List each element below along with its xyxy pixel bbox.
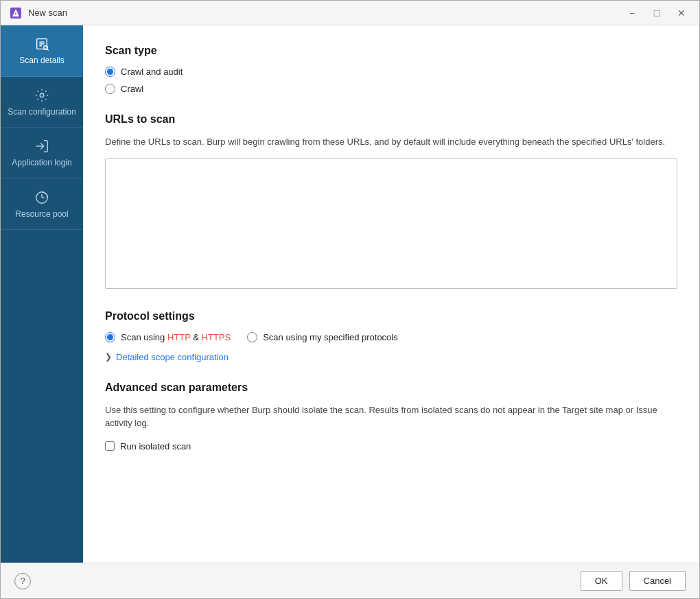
radio-crawl-input[interactable] xyxy=(105,84,115,94)
radio-my-protocols[interactable]: Scan using my specified protocols xyxy=(247,332,398,342)
titlebar: New scan − □ ✕ xyxy=(1,1,699,25)
advanced-description-text: Use this setting to configure whether Bu… xyxy=(105,405,657,429)
expand-arrow-icon: ❯ xyxy=(105,352,112,362)
run-isolated-row: Run isolated scan xyxy=(105,441,677,451)
ampersand-text: & xyxy=(191,332,202,342)
urls-to-scan-section: URLs to scan Define the URLs to scan. Bu… xyxy=(105,113,677,310)
login-icon xyxy=(34,139,49,154)
radio-http-https-label: Scan using HTTP & HTTPS xyxy=(121,332,231,342)
radio-http-https-input[interactable] xyxy=(105,332,115,342)
main-panel: Scan type Crawl and audit Crawl URLs to … xyxy=(83,25,699,563)
advanced-description: Use this setting to configure whether Bu… xyxy=(105,403,677,430)
http-text: HTTP xyxy=(167,332,191,342)
advanced-scan-section: Advanced scan parameters Use this settin… xyxy=(105,381,677,451)
https-text: HTTPS xyxy=(202,332,231,342)
radio-crawl-and-audit-input[interactable] xyxy=(105,67,115,77)
sidebar-item-resource-pool[interactable]: Resource pool xyxy=(1,179,83,231)
sidebar-app-login-label: Application login xyxy=(12,158,71,169)
scope-config-row[interactable]: ❯ Detailed scope configuration xyxy=(105,352,677,362)
sidebar: Scan details Scan configuration Applicat… xyxy=(1,25,83,563)
scan-type-title: Scan type xyxy=(105,45,677,57)
advanced-title: Advanced scan parameters xyxy=(105,381,677,394)
protocol-options-row: Scan using HTTP & HTTPS Scan using my sp… xyxy=(105,332,677,342)
help-icon: ? xyxy=(20,576,25,586)
cancel-button[interactable]: Cancel xyxy=(629,571,686,591)
protocol-settings-title: Protocol settings xyxy=(105,310,677,322)
scan-details-icon xyxy=(34,36,49,51)
app-icon xyxy=(9,6,23,20)
sidebar-scan-config-label: Scan configuration xyxy=(8,107,75,118)
radio-crawl-and-audit-label: Crawl and audit xyxy=(121,67,183,77)
radio-crawl[interactable]: Crawl xyxy=(105,84,677,94)
svg-rect-2 xyxy=(15,13,16,14)
sidebar-item-scan-configuration[interactable]: Scan configuration xyxy=(1,77,83,128)
window-controls: − □ ✕ xyxy=(622,5,691,21)
ok-button[interactable]: OK xyxy=(581,571,622,591)
scope-config-link[interactable]: Detailed scope configuration xyxy=(116,352,229,362)
svg-point-5 xyxy=(40,93,44,97)
resource-icon xyxy=(34,190,49,205)
run-isolated-checkbox[interactable] xyxy=(105,441,115,451)
scan-using-text: Scan using xyxy=(121,332,167,342)
radio-my-protocols-input[interactable] xyxy=(247,332,257,342)
scan-type-options: Crawl and audit Crawl xyxy=(105,67,677,94)
sidebar-resource-pool-label: Resource pool xyxy=(15,209,68,220)
protocol-settings-section: Protocol settings Scan using HTTP & HTTP… xyxy=(105,310,677,362)
maximize-button[interactable]: □ xyxy=(647,5,666,21)
main-window: New scan − □ ✕ Scan details xyxy=(0,0,700,599)
sidebar-item-scan-details[interactable]: Scan details xyxy=(1,25,83,77)
radio-my-protocols-label: Scan using my specified protocols xyxy=(263,332,398,342)
urls-textarea[interactable] xyxy=(105,158,677,289)
urls-title: URLs to scan xyxy=(105,113,677,126)
minimize-button[interactable]: − xyxy=(622,5,642,21)
footer-right: OK Cancel xyxy=(581,571,686,591)
sidebar-scan-details-label: Scan details xyxy=(19,56,64,67)
help-button[interactable]: ? xyxy=(14,573,31,589)
radio-http-https[interactable]: Scan using HTTP & HTTPS xyxy=(105,332,231,342)
footer-left: ? xyxy=(14,573,31,589)
gear-icon xyxy=(34,88,49,103)
window-title: New scan xyxy=(28,8,622,18)
content-area: Scan details Scan configuration Applicat… xyxy=(1,25,699,563)
scan-type-section: Scan type Crawl and audit Crawl xyxy=(105,45,677,94)
run-isolated-label: Run isolated scan xyxy=(120,441,191,451)
sidebar-item-application-login[interactable]: Application login xyxy=(1,128,83,179)
close-button[interactable]: ✕ xyxy=(672,5,691,21)
radio-crawl-and-audit[interactable]: Crawl and audit xyxy=(105,67,677,77)
radio-crawl-label: Crawl xyxy=(121,84,143,94)
urls-description: Define the URLs to scan. Burp will begin… xyxy=(105,135,677,149)
footer: ? OK Cancel xyxy=(1,563,699,598)
